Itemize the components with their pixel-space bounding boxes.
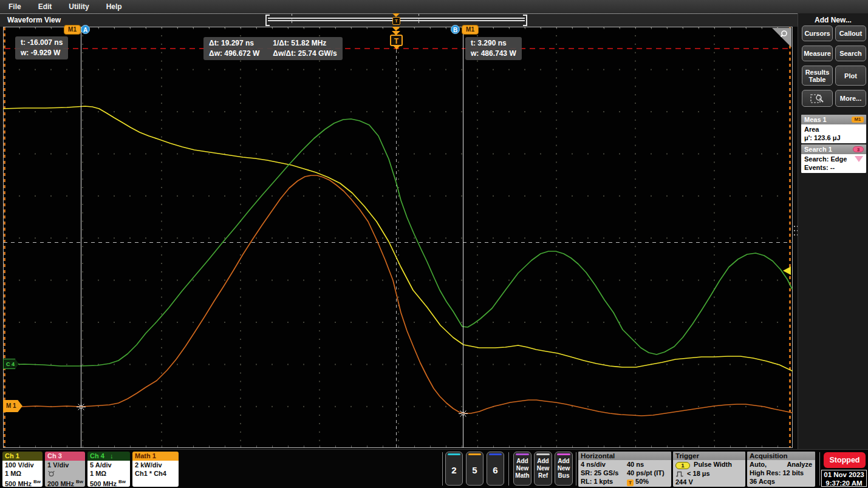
add-search-button[interactable]: Search <box>835 46 866 61</box>
acquisition-mode: Auto, <box>750 461 767 468</box>
add-new-title: Add New... <box>798 16 868 24</box>
acquisition-count: 36 Acqs <box>747 477 815 486</box>
add-results-table-button[interactable]: Results Table <box>802 66 833 86</box>
ch2-button[interactable]: 2 <box>445 452 463 486</box>
ch4-impedance: 1 MΩ <box>90 469 130 478</box>
divider <box>576 452 576 486</box>
cursor-a-m1-badge[interactable]: M1 <box>64 25 81 35</box>
horizontal-settings-badge[interactable]: Horizontal 4 ns/div 40 ns SR: 25 GS/s 40… <box>578 452 671 487</box>
meas1-badge-card[interactable]: Meas 1 M1 Area μ': 123.6 μJ <box>801 115 866 143</box>
search1-title: Search 1 <box>804 146 832 153</box>
trigger-title: Trigger <box>673 452 745 460</box>
zoom-box-icon <box>810 93 825 104</box>
cursor-a-readout[interactable]: t: -16.007 ns w: -9.929 W <box>15 36 68 59</box>
acquisition-settings-badge[interactable]: Acquisition Auto, Analyze High Res: 12 b… <box>747 452 815 487</box>
record-length: RL: 1 kpts <box>581 478 613 485</box>
math1-badge[interactable]: Math 1 2 kW/div Ch1 * Ch4 <box>132 452 179 487</box>
add-callout-button[interactable]: Callout <box>835 25 866 41</box>
minimap-tick <box>292 14 292 25</box>
cursor-delta-readout[interactable]: Δt: 19.297 ns 1/Δt: 51.82 MHz Δw: 496.67… <box>203 37 343 60</box>
run-stop-button[interactable]: Stopped <box>824 452 866 468</box>
ch4-bw-limit: Bw <box>118 479 126 484</box>
cursor-b-value: w: 486.743 W <box>471 49 516 59</box>
horizontal-scale: 4 ns/div <box>581 461 606 468</box>
ch1-bw-limit: Bw <box>33 479 41 484</box>
ch3-badge[interactable]: Ch 3 1 V/div 200 MHz Bw <box>45 452 85 487</box>
acquisition-resolution: High Res: 12 bits <box>747 469 815 477</box>
meas1-type: Area <box>804 125 866 134</box>
cursor-b-badge[interactable]: B <box>451 25 460 34</box>
ch4-badge[interactable]: Ch 4 ↓ 5 A/div 1 MΩ 500 MHz Bw <box>87 452 130 487</box>
trigger-position-flag[interactable]: T <box>390 35 403 46</box>
menu-file[interactable]: File <box>9 2 21 11</box>
more-button[interactable]: More... <box>835 90 866 107</box>
minimap-left-bracket[interactable] <box>265 15 270 26</box>
cursor-b-time: t: 3.290 ns <box>471 38 516 49</box>
trigger-level: 244 V <box>673 478 745 486</box>
search1-events: Events: -- <box>804 163 866 172</box>
math1-scale: 2 kW/div <box>135 461 179 469</box>
horizontal-window: 40 ns <box>627 460 644 469</box>
cursor-b-readout[interactable]: t: 3.290 ns w: 486.743 W <box>465 37 522 60</box>
ch6-button[interactable]: 6 <box>487 452 504 486</box>
ch1-bandwidth: 500 MHz <box>5 480 32 487</box>
trigger-arrow-icon <box>392 27 400 31</box>
menu-edit[interactable]: Edit <box>38 2 52 11</box>
ch1-label: Ch 1 <box>2 452 43 461</box>
ch3-bandwidth: 200 MHz <box>47 480 74 487</box>
add-plot-button[interactable]: Plot <box>835 66 866 86</box>
meas1-title: Meas 1 <box>804 116 827 123</box>
delta-w: Δw: 496.672 W <box>209 49 259 59</box>
search1-count-badge: 3 <box>853 146 864 152</box>
cursor-a-badge[interactable]: A <box>81 25 90 34</box>
cursor-b-m1-badge[interactable]: M1 <box>462 25 479 35</box>
divider <box>819 452 820 486</box>
meas1-mean-value: μ': 123.6 μJ <box>804 134 866 142</box>
sample-resolution: 40 ps/pt (IT) <box>627 469 665 477</box>
add-new-bus-button[interactable]: Add New Bus <box>555 452 573 486</box>
add-new-math-button[interactable]: Add New Math <box>513 452 531 486</box>
datetime-display: 01 Nov 2023 9:37:20 AM <box>821 470 867 487</box>
minimap-tick <box>419 14 419 25</box>
minimap-trigger-marker[interactable]: T <box>392 17 400 25</box>
trigger-level-arrow[interactable] <box>783 266 791 275</box>
results-bar: Add New... Cursors Callout Measure Searc… <box>798 13 868 449</box>
add-new-ref-button[interactable]: Add New Ref <box>534 452 552 486</box>
cursor-a-time: t: -16.007 ns <box>21 38 63 48</box>
horizontal-record-minimap[interactable]: T <box>265 14 527 25</box>
add-cursors-button[interactable]: Cursors <box>802 25 833 41</box>
ch4-bandwidth: 500 MHz <box>90 480 117 487</box>
search-marker-icon <box>855 156 863 162</box>
ch1-badge[interactable]: Ch 1 100 V/div 1 MΩ 500 MHz Bw <box>2 452 43 487</box>
pulse-width-icon <box>675 470 684 477</box>
ch3-scale: 1 V/div <box>47 461 85 469</box>
ch3-label: Ch 3 <box>45 452 85 461</box>
search1-badge-card[interactable]: Search 1 3 Search: Edge Events: -- <box>801 144 866 173</box>
ch4-label: Ch 4 <box>90 452 104 459</box>
delta-t: Δt: 19.297 ns <box>209 38 259 49</box>
ch3-probe-icon <box>47 470 55 477</box>
cursor-b-line[interactable] <box>463 27 463 447</box>
cursor-a-waveform-marker <box>77 402 86 412</box>
trace-ch4 <box>3 119 792 366</box>
sample-rate: SR: 25 GS/s <box>581 469 618 476</box>
menu-help[interactable]: Help <box>106 2 122 11</box>
trigger-condition: < 18 μs <box>687 470 710 477</box>
ch5-button[interactable]: 5 <box>466 452 484 486</box>
trigger-type: Pulse Width <box>694 461 732 468</box>
trace-ch1 <box>3 106 792 371</box>
trigger-settings-badge[interactable]: Trigger 1 Pulse Width < 18 μs 244 V <box>673 452 745 487</box>
horizontal-title: Horizontal <box>578 452 671 460</box>
add-measure-button[interactable]: Measure <box>802 46 833 61</box>
menu-bar: File Edit Utility Help <box>0 0 868 13</box>
cursor-a-line[interactable] <box>81 27 81 447</box>
menu-utility[interactable]: Utility <box>69 2 89 11</box>
ch2-button-label: 2 <box>446 465 462 475</box>
trace-math1 <box>3 175 792 416</box>
ch1-scale: 100 V/div <box>5 461 43 469</box>
ch6-button-label: 6 <box>487 465 504 475</box>
minimap-right-bracket[interactable] <box>523 15 527 26</box>
draw-zoom-box-button[interactable] <box>802 90 833 107</box>
trigger-source-badge: 1 <box>675 462 690 469</box>
ch3-bw-limit: Bw <box>76 479 83 484</box>
